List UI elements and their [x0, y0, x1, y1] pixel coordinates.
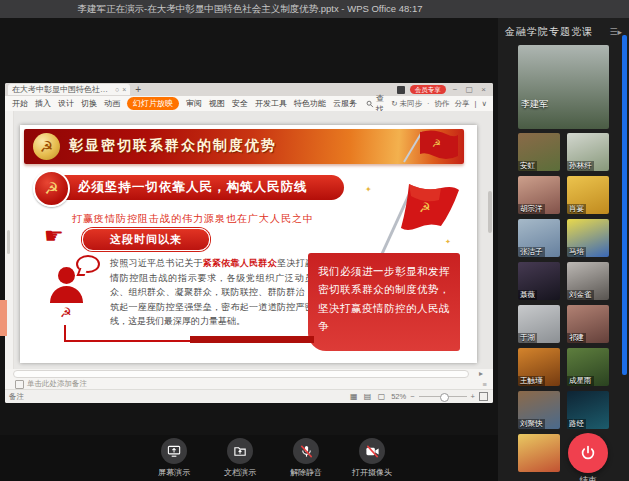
slide-banner-text: 必须坚持一切依靠人民，构筑人民防线: [78, 179, 308, 196]
participant-video-tile[interactable]: 成星雨: [567, 348, 609, 386]
participant-video-tile[interactable]: 孙林纤: [567, 133, 609, 171]
meeting-title: 金融学院专题党课: [505, 25, 593, 39]
tab-close-icon[interactable]: ×: [122, 84, 126, 95]
toolbar-controls: 屏幕演示文档演示解除静音打开摄像头: [148, 438, 398, 478]
panel-drag-handle[interactable]: [7, 230, 10, 254]
promo-pill-button[interactable]: 会员专享: [410, 85, 446, 94]
fullscreen-icon[interactable]: [479, 392, 488, 401]
svg-text:☭: ☭: [419, 200, 431, 215]
notes-expand-icon[interactable]: ≡: [483, 380, 487, 389]
presentation-slide[interactable]: ☭ 彰显密切联系群众的制度优势 ☭ ☭ 必须坚持一切依靠人民，构筑人民防线 打赢…: [20, 125, 477, 363]
participant-name: 祁建: [567, 333, 586, 343]
participant-video-tile[interactable]: 王触瑾: [518, 348, 560, 386]
participant-name: 张洁子: [518, 247, 545, 257]
menu-item[interactable]: 插入: [35, 98, 51, 109]
speech-bubble-tail: [77, 268, 88, 276]
screen-share-icon: [161, 438, 187, 464]
menu-item[interactable]: 云服务: [333, 98, 357, 109]
canvas-vertical-scrollbar[interactable]: [488, 191, 492, 233]
party-emblem-badge-icon: ☭: [33, 170, 70, 207]
user-avatar[interactable]: [397, 86, 405, 94]
canvas-horizontal-scrollbar[interactable]: ▸: [13, 369, 483, 378]
participant-grid: 安虹孙林纤胡宗洋肖宴张洁子马培聂薇刘金雀于湖祁建王触瑾成星雨刘聚快路经: [518, 133, 613, 472]
participants-sidebar: 金融学院专题党课 ☰▸ 李建军 安虹孙林纤胡宗洋肖宴张洁子马培聂薇刘金雀于湖祁建…: [498, 18, 629, 481]
menu-item[interactable]: 特色功能: [294, 98, 326, 109]
presenter-video-tile[interactable]: 李建军: [518, 45, 609, 129]
window-controls[interactable]: − ▢ ×: [453, 85, 489, 94]
camera-off-icon: [359, 438, 385, 464]
sync-status-button[interactable]: ↻ 未同步: [391, 99, 422, 109]
participant-video-tile[interactable]: 路经: [567, 391, 609, 429]
menu-item[interactable]: 动画: [104, 98, 120, 109]
toolbar-button-screen-share[interactable]: 屏幕演示: [148, 438, 200, 478]
toolbar-button-doc-share[interactable]: 文档演示: [214, 438, 266, 478]
participant-video-tile[interactable]: 马培: [567, 219, 609, 257]
new-tab-button[interactable]: +: [135, 85, 141, 95]
participant-video-tile[interactable]: 肖宴: [567, 176, 609, 214]
hscroll-track[interactable]: [13, 370, 469, 378]
toolbar-button-camera-off[interactable]: 打开摄像头: [346, 438, 398, 478]
participant-video-tile[interactable]: 安虹: [518, 133, 560, 171]
ribbon-right-actions: ↻ 未同步 · 协作 分享 | ∨: [391, 99, 487, 109]
toolbar-button-label: 文档演示: [224, 467, 256, 478]
connector-vertical-line: [64, 325, 66, 340]
sidebar-scrollbar[interactable]: [622, 35, 627, 375]
participant-video-tile[interactable]: 胡宗洋: [518, 176, 560, 214]
toolbar-button-label: 解除静音: [290, 467, 322, 478]
zoom-slider-knob[interactable]: [440, 393, 449, 402]
wps-tab-bar: 在大考中彰显中国特色社会主义制度优势 ○ × + 会员专享 − ▢ ×: [5, 83, 493, 96]
small-party-emblem-icon: ☭: [60, 305, 72, 320]
zoom-in-button[interactable]: +: [471, 392, 475, 401]
share-button[interactable]: 分享: [455, 99, 470, 109]
view-mode-icons[interactable]: ▦ ▤ ▢: [350, 392, 387, 401]
menu-item[interactable]: 安全: [232, 98, 248, 109]
notes-placeholder: 单击此处添加备注: [27, 379, 87, 389]
slide-canvas: ☭ 彰显密切联系群众的制度优势 ☭ ☭ 必须坚持一切依靠人民，构筑人民防线 打赢…: [14, 111, 493, 369]
participant-name: 路经: [567, 419, 586, 429]
presenter-name: 李建军: [521, 98, 548, 111]
menu-item[interactable]: 幻灯片放映: [127, 97, 179, 110]
chevron-down-icon[interactable]: ∨: [482, 99, 488, 108]
participant-video-tile[interactable]: [518, 434, 560, 472]
toolbar-button-mic-muted[interactable]: 解除静音: [280, 438, 332, 478]
participant-video-tile[interactable]: 聂薇: [518, 262, 560, 300]
participant-name: 于湖: [518, 333, 537, 343]
participant-name: 胡宗洋: [518, 204, 545, 214]
zoom-out-button[interactable]: −: [410, 392, 414, 401]
participant-video-tile[interactable]: 刘聚快: [518, 391, 560, 429]
menu-item[interactable]: 切换: [81, 98, 97, 109]
participant-video-tile[interactable]: 张洁子: [518, 219, 560, 257]
svg-text:☭: ☭: [432, 138, 441, 149]
doc-share-icon: [227, 438, 253, 464]
party-emblem-icon: ☭: [33, 133, 60, 160]
participant-name: 刘聚快: [518, 419, 545, 429]
end-meeting-button[interactable]: [568, 433, 608, 473]
zoom-slider[interactable]: [419, 396, 467, 397]
shared-screen-area: 在大考中彰显中国特色社会主义制度优势 ○ × + 会员专享 − ▢ × 开始插入…: [0, 18, 498, 481]
slide-banner-pill: ☭ 必须坚持一切依靠人民，构筑人民防线: [36, 175, 344, 200]
menu-item[interactable]: 开始: [12, 98, 28, 109]
participant-video-tile[interactable]: 祁建: [567, 305, 609, 343]
zoom-level: 52%: [391, 392, 406, 401]
participant-video-tile[interactable]: 刘金雀: [567, 262, 609, 300]
body-suffix: 坚决打赢疫情防控阻击战的指示要求，各级党组织广泛动员群众、组织群众、凝聚群众，联…: [110, 258, 323, 326]
menu-item[interactable]: 审阅: [186, 98, 202, 109]
dot-divider: ·: [427, 99, 430, 108]
participant-list-icon[interactable]: ☰▸: [609, 27, 622, 37]
red-flag-icon: ☭: [396, 130, 458, 163]
status-right-cluster: ▦ ▤ ▢ 52% − +: [350, 392, 488, 401]
svg-text:✦: ✦: [445, 238, 451, 245]
participant-name: 刘金雀: [567, 290, 594, 300]
menu-item[interactable]: 视图: [209, 98, 225, 109]
document-tab[interactable]: 在大考中彰显中国特色社会主义制度优势 ○ ×: [8, 84, 130, 95]
tab-sync-icon: ○: [115, 84, 119, 95]
participant-video-tile[interactable]: 于湖: [518, 305, 560, 343]
menu-item[interactable]: 设计: [58, 98, 74, 109]
status-notes-label: 备注: [9, 392, 24, 402]
menu-item[interactable]: 开发工具: [255, 98, 287, 109]
participant-name: 肖宴: [567, 204, 586, 214]
participant-name: 王触瑾: [518, 376, 545, 386]
menu-items-container: 开始插入设计切换动画幻灯片放映审阅视图安全开发工具特色功能云服务: [5, 97, 357, 110]
scroll-corner-icon[interactable]: ▸: [479, 369, 483, 378]
collab-button[interactable]: 协作: [435, 99, 450, 109]
